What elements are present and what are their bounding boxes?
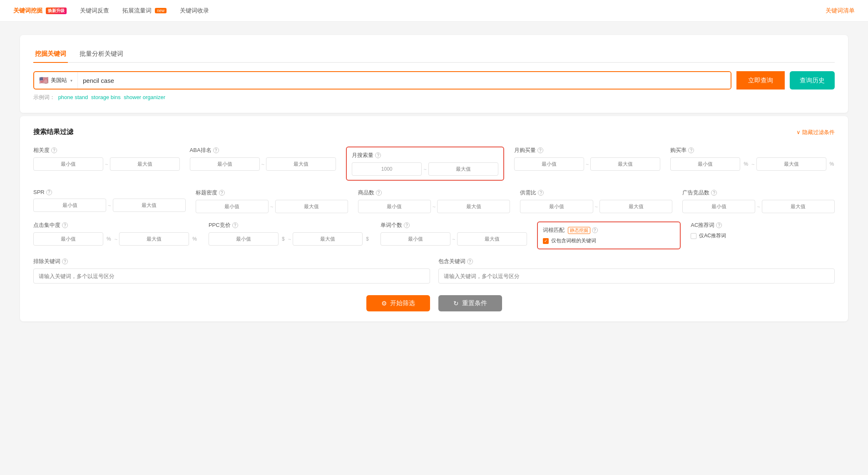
click-concentration-max-input[interactable] <box>119 232 189 246</box>
search-input-wrapper: 🇺🇸 美国站 ▾ <box>33 71 731 90</box>
nav-item-keyword-collection[interactable]: 关键词收录 <box>180 7 209 15</box>
filter-toggle[interactable]: ∨ 隐藏过滤条件 <box>796 129 835 136</box>
relevance-sep: ~ <box>105 161 108 167</box>
ppc-bid-max-input[interactable] <box>293 232 363 246</box>
help-icon-ppc-bid[interactable]: ? <box>232 222 238 228</box>
nav-item-keyword-reverse[interactable]: 关键词反查 <box>80 7 109 15</box>
chevron-down-icon: ▾ <box>70 78 72 83</box>
monthly-search-max-input[interactable] <box>428 162 498 176</box>
top-navigation: 关键词挖掘 焕新升级 关键词反查 拓展流量词 new 关键词收录 关键词清单 <box>0 0 868 22</box>
purchase-rate-max-input[interactable] <box>756 157 826 171</box>
relevance-min-input[interactable] <box>33 157 103 171</box>
help-icon-ac-recommend[interactable]: ? <box>716 222 722 228</box>
chevron-down-icon: ∨ <box>796 129 801 135</box>
click-concentration-min-input[interactable] <box>33 232 103 246</box>
filter-click-concentration-label: 点击集中度 ? <box>33 221 199 229</box>
spr-max-input[interactable] <box>113 199 186 212</box>
monthly-purchase-min-input[interactable] <box>514 157 584 171</box>
example-shower-organizer[interactable]: shower organizer <box>124 94 165 100</box>
filter-ac-recommend: AC推荐词 ? 仅AC推荐词 <box>691 221 835 249</box>
filter-monthly-purchase-label: 月购买量 ? <box>514 147 661 154</box>
help-icon-monthly-search[interactable]: ? <box>375 152 381 158</box>
example-phone-stand[interactable]: phone stand <box>58 94 88 100</box>
help-icon-purchase-rate[interactable]: ? <box>688 147 694 153</box>
upgrade-badge: 焕新升级 <box>46 7 67 14</box>
help-icon-include[interactable]: ? <box>467 259 473 264</box>
ad-competition-max-input[interactable] <box>762 200 835 213</box>
filter-spr-label: SPR ? <box>33 189 186 195</box>
flag-icon: 🇺🇸 <box>39 76 48 85</box>
search-row: 🇺🇸 美国站 ▾ 立即查询 查询历史 <box>33 71 835 90</box>
tab-batch-analysis[interactable]: 批量分析关键词 <box>78 47 125 62</box>
title-density-max-input[interactable] <box>275 200 348 213</box>
tab-dig-keywords[interactable]: 挖掘关键词 <box>33 47 68 62</box>
supply-demand-min-input[interactable] <box>520 200 593 213</box>
help-icon-spr[interactable]: ? <box>46 189 52 195</box>
include-keywords-input[interactable] <box>438 269 835 284</box>
help-icon-monthly-purchase[interactable]: ? <box>537 147 543 153</box>
search-input[interactable] <box>78 72 731 89</box>
word-count-max-input[interactable] <box>457 232 527 246</box>
filter-word-count-label: 单词个数 ? <box>381 221 527 229</box>
filter-ad-competition: 广告竞品数 ? ~ <box>682 189 835 213</box>
filter-button[interactable]: ⚙ 开始筛选 <box>366 295 430 311</box>
filter-title-density: 标题密度 ? ~ <box>196 189 348 213</box>
monthly-purchase-max-input[interactable] <box>590 157 660 171</box>
product-count-max-input[interactable] <box>437 200 510 213</box>
word-count-min-input[interactable] <box>381 232 450 246</box>
help-icon-click-concentration[interactable]: ? <box>62 222 68 228</box>
help-icon-word-count[interactable]: ? <box>404 222 410 228</box>
help-icon-relevance[interactable]: ? <box>51 147 57 153</box>
help-icon-ad-competition[interactable]: ? <box>711 190 717 196</box>
reset-button[interactable]: ↻ 重置条件 <box>438 295 502 311</box>
ac-recommend-checkbox[interactable] <box>691 233 696 239</box>
filter-title-density-label: 标题密度 ? <box>196 189 348 196</box>
site-selector[interactable]: 🇺🇸 美国站 ▾ <box>34 72 78 89</box>
help-icon-word-root[interactable]: ? <box>592 227 598 233</box>
filter-supply-demand-label: 供需比 ? <box>520 189 672 196</box>
monthly-search-min-input[interactable] <box>352 162 422 176</box>
new-badge: new <box>155 8 167 13</box>
filter-monthly-search: 月搜索量 ? ~ <box>346 147 504 181</box>
filter-ppc-bid: PPC竞价 ? $ ~ $ <box>209 221 371 249</box>
exclude-keywords-input[interactable] <box>33 269 430 284</box>
exclude-keywords-item: 排除关键词 ? <box>33 258 430 284</box>
purchase-rate-range: % ~ % <box>670 157 836 171</box>
filter-word-count: 单词个数 ? ~ <box>381 221 527 249</box>
filter-purchase-rate-label: 购买率 ? <box>670 147 836 154</box>
help-icon-title-density[interactable]: ? <box>219 190 225 196</box>
site-label: 美国站 <box>51 77 67 84</box>
purchase-rate-min-input[interactable] <box>670 157 740 171</box>
exclude-keywords-label: 排除关键词 ? <box>33 258 430 265</box>
filter-spr: SPR ? ~ <box>33 189 186 213</box>
title-density-min-input[interactable] <box>196 200 269 213</box>
aba-max-input[interactable] <box>266 157 336 171</box>
help-icon-product-count[interactable]: ? <box>376 190 382 196</box>
relevance-max-input[interactable] <box>110 157 180 171</box>
help-icon-aba[interactable]: ? <box>213 147 219 153</box>
spr-min-input[interactable] <box>33 199 106 212</box>
filter-row-3: 点击集中度 ? % ~ % PPC竞价 ? <box>33 221 835 249</box>
examples-row: 示例词： phone stand storage bins shower org… <box>33 94 835 101</box>
nav-item-traffic-expansion[interactable]: 拓展流量词 new <box>122 7 167 15</box>
ac-recommend-checkbox-label: 仅AC推荐词 <box>699 232 726 239</box>
filter-word-root-match-label: 词根匹配 静态挖掘 ? <box>543 226 675 234</box>
product-count-min-input[interactable] <box>358 200 431 213</box>
supply-demand-max-input[interactable] <box>599 200 672 213</box>
ppc-bid-min-input[interactable] <box>209 232 279 246</box>
history-button[interactable]: 查询历史 <box>790 71 835 90</box>
nav-item-keyword-mining[interactable]: 关键词挖掘 焕新升级 <box>13 7 67 15</box>
word-root-checkbox[interactable] <box>543 238 549 244</box>
search-button[interactable]: 立即查询 <box>736 71 785 90</box>
filter-ppc-bid-label: PPC竞价 ? <box>209 221 371 229</box>
ad-competition-min-input[interactable] <box>682 200 755 213</box>
help-icon-supply-demand[interactable]: ? <box>538 190 544 196</box>
filter-title: 搜索结果过滤 <box>33 128 73 137</box>
nav-right-link[interactable]: 关键词清单 <box>826 7 855 15</box>
help-icon-exclude[interactable]: ? <box>62 259 68 264</box>
filter-relevance: 相关度 ? ~ <box>33 147 180 181</box>
aba-min-input[interactable] <box>190 157 260 171</box>
monthly-purchase-range: ~ <box>514 157 661 171</box>
bottom-buttons: ⚙ 开始筛选 ↻ 重置条件 <box>33 295 835 311</box>
example-storage-bins[interactable]: storage bins <box>91 94 121 100</box>
